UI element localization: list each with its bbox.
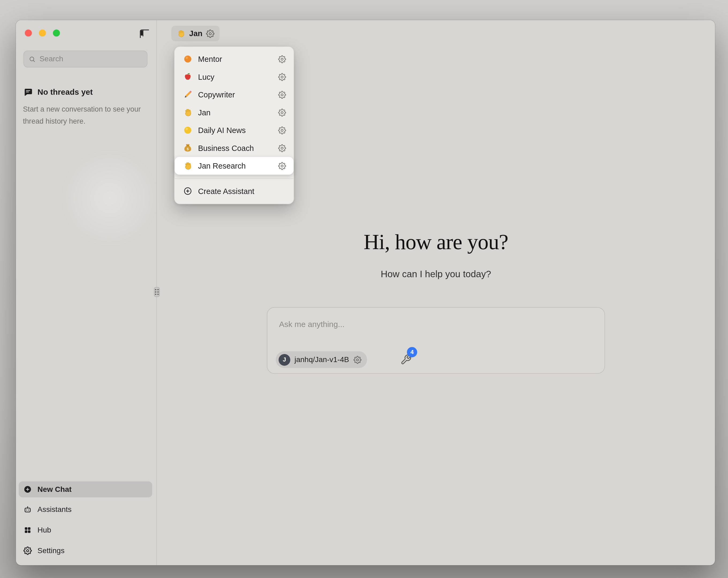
search-input[interactable] [40, 55, 142, 64]
assistant-menu-item-daily-ai-news[interactable]: Daily AI News [175, 121, 294, 139]
new-chat-label: New Chat [37, 485, 72, 494]
assistant-menu-item-label: Jan [198, 108, 272, 117]
zoom-button[interactable] [53, 29, 60, 36]
gear-icon[interactable] [278, 126, 286, 134]
model-selector[interactable]: J janhq/Jan-v1-4B [276, 351, 367, 368]
window-controls [25, 29, 60, 36]
empty-state-subtitle: Start a new conversation to see your thr… [23, 103, 143, 127]
waving-hand-icon [176, 28, 186, 39]
assistant-menu-item-label: Mentor [198, 55, 272, 64]
waving-hand-icon [182, 160, 193, 172]
assistant-menu-item-label: Daily AI News [198, 126, 272, 134]
sidebar-item-assistants[interactable]: Assistants [19, 501, 152, 518]
pencil-icon [183, 90, 192, 99]
robot-icon [24, 505, 32, 514]
assistant-menu-item-jan-research[interactable]: Jan Research [175, 157, 294, 175]
new-chat-button[interactable]: New Chat [19, 481, 152, 498]
gear-icon [24, 547, 32, 555]
gear-icon[interactable] [278, 91, 286, 99]
plus-circle-icon [24, 485, 32, 494]
assistant-menu-item-mentor[interactable]: Mentor [175, 50, 294, 68]
money-bag-icon: $ [183, 144, 192, 153]
assistant-menu-item-jan[interactable]: Jan [175, 104, 294, 122]
create-assistant-button[interactable]: Create Assistant [175, 182, 294, 200]
model-name: janhq/Jan-v1-4B [294, 355, 349, 364]
chat-bubble-icon [24, 87, 33, 97]
yellow-circle-icon [183, 126, 192, 135]
sidebar-item-label: Assistants [37, 505, 72, 514]
red-apple-icon [183, 72, 192, 82]
assistant-menu: Mentor Lucy Copywriter [174, 46, 294, 204]
chat-input[interactable] [279, 320, 541, 329]
assistant-selector[interactable]: Jan [172, 26, 220, 41]
sidebar-item-label: Settings [37, 547, 64, 555]
desktop: No threads yet Start a new conversation … [0, 0, 728, 578]
app-window: No threads yet Start a new conversation … [16, 20, 715, 565]
orange-circle-icon [183, 54, 192, 64]
assistant-menu-item-lucy[interactable]: Lucy [175, 68, 294, 86]
sidebar-item-settings[interactable]: Settings [19, 543, 152, 559]
sidebar-decoration [58, 147, 157, 250]
sidebar-item-label: Hub [37, 526, 51, 534]
tools-count-badge[interactable]: 4 [407, 347, 417, 357]
assistant-menu-item-label: Jan Research [198, 161, 272, 170]
gear-icon[interactable] [278, 162, 286, 170]
close-button[interactable] [25, 29, 32, 36]
menu-divider [175, 178, 294, 179]
assistant-menu-item-label: Lucy [198, 72, 272, 81]
gear-icon[interactable] [278, 55, 286, 63]
svg-text:$: $ [187, 147, 189, 151]
sidebar-item-hub[interactable]: Hub [19, 522, 152, 538]
gear-icon[interactable] [278, 108, 286, 117]
empty-state-title: No threads yet [37, 87, 93, 97]
gear-icon[interactable] [278, 144, 286, 152]
assistant-menu-item-label: Copywriter [198, 90, 272, 99]
current-assistant-name: Jan [189, 29, 203, 38]
gear-icon[interactable] [206, 29, 215, 38]
search-icon [29, 55, 36, 63]
gear-icon[interactable] [278, 73, 286, 81]
waving-hand-icon [182, 107, 193, 118]
assistant-menu-item-business-coach[interactable]: $ Business Coach [175, 139, 294, 157]
gear-icon[interactable] [353, 356, 361, 364]
sidebar: No threads yet Start a new conversation … [16, 20, 157, 565]
sidebar-resize-handle[interactable] [154, 287, 160, 297]
empty-state: No threads yet [24, 87, 93, 97]
plus-circle-outline-icon [183, 186, 192, 196]
greeting-subtitle: How can I help you today? [157, 269, 715, 280]
assistant-menu-item-label: Business Coach [198, 144, 272, 152]
create-assistant-label: Create Assistant [198, 186, 286, 195]
assistant-menu-item-copywriter[interactable]: Copywriter [175, 85, 294, 104]
main-area: Jan Mentor Lucy [157, 20, 715, 565]
search-box[interactable] [24, 51, 148, 68]
greeting-title: Hi, how are you? [157, 230, 715, 254]
chat-input-card[interactable]: J janhq/Jan-v1-4B 4 [267, 307, 605, 374]
minimize-button[interactable] [39, 29, 46, 36]
grid-icon [24, 526, 32, 534]
model-avatar: J [279, 354, 290, 366]
toggle-sidebar-icon[interactable] [139, 28, 149, 38]
